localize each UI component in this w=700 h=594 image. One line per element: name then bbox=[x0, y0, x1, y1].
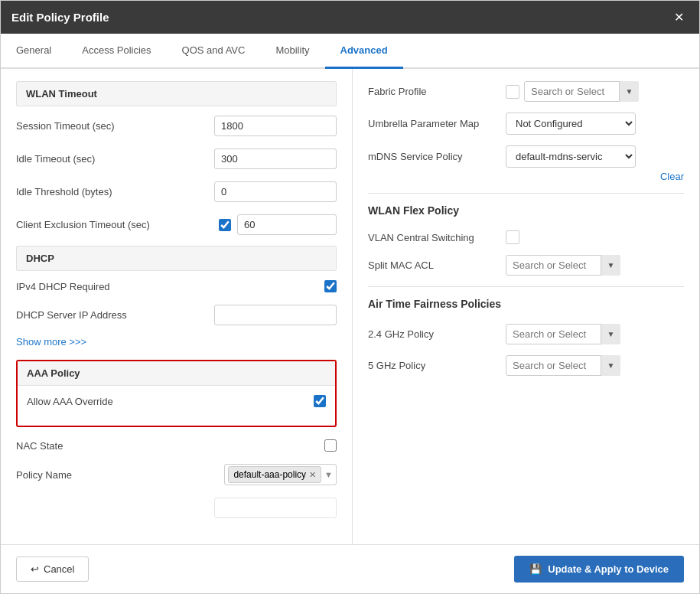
modal-body: WLAN Timeout Session Timeout (sec) Idle … bbox=[1, 69, 699, 544]
policy-name-dropdown-arrow[interactable]: ▼ bbox=[324, 470, 333, 479]
remove-policy-tag-icon[interactable]: ✕ bbox=[309, 470, 316, 480]
client-exclusion-label: Client Exclusion Timeout (sec) bbox=[16, 219, 219, 230]
ghz-24-policy-label: 2.4 GHz Policy bbox=[368, 328, 506, 340]
split-mac-acl-label: Split MAC ACL bbox=[368, 259, 506, 271]
idle-timeout-input[interactable] bbox=[214, 148, 337, 169]
idle-timeout-row: Idle Timeout (sec) bbox=[16, 147, 337, 171]
client-exclusion-input[interactable] bbox=[237, 214, 337, 235]
wlan-flex-header: WLAN Flex Policy bbox=[368, 204, 684, 220]
allow-aaa-override-label: Allow AAA Override bbox=[27, 396, 314, 407]
split-mac-acl-dropdown-wrapper: ▼ bbox=[506, 255, 620, 276]
fabric-profile-control: ▼ bbox=[506, 81, 639, 102]
modal-container: Edit Policy Profile ✕ General Access Pol… bbox=[0, 0, 700, 594]
cancel-label: Cancel bbox=[44, 563, 74, 575]
fabric-profile-row: Fabric Profile ▼ bbox=[368, 81, 684, 102]
dhcp-server-ip-input[interactable] bbox=[214, 305, 337, 325]
idle-threshold-input[interactable] bbox=[214, 181, 337, 202]
clear-row: Clear bbox=[368, 171, 684, 182]
dhcp-server-ip-row: DHCP Server IP Address bbox=[16, 303, 337, 327]
ipv4-dhcp-row: IPv4 DHCP Required bbox=[16, 279, 337, 294]
fabric-profile-dropdown-arrow[interactable]: ▼ bbox=[619, 81, 639, 102]
vlan-central-switching-row: VLAN Central Switching bbox=[368, 230, 684, 244]
mdns-row: mDNS Service Policy default-mdns-servic bbox=[368, 145, 684, 168]
tab-mobility[interactable]: Mobility bbox=[260, 34, 324, 69]
nac-state-label: NAC State bbox=[16, 440, 324, 452]
fabric-profile-dropdown-wrapper: ▼ bbox=[524, 81, 639, 102]
vlan-central-switching-label: VLAN Central Switching bbox=[368, 232, 506, 243]
tab-access-policies[interactable]: Access Policies bbox=[67, 34, 166, 69]
clear-link[interactable]: Clear bbox=[660, 171, 684, 182]
ghz-5-policy-label: 5 GHz Policy bbox=[368, 360, 506, 371]
ipv4-dhcp-checkbox[interactable] bbox=[324, 280, 337, 292]
wlan-flex-divider bbox=[368, 193, 684, 194]
ghz-24-policy-row: 2.4 GHz Policy ▼ bbox=[368, 324, 684, 344]
save-icon: 💾 bbox=[529, 563, 542, 575]
wlan-timeout-header: WLAN Timeout bbox=[16, 81, 337, 106]
modal-footer: ↩ Cancel 💾 Update & Apply to Device bbox=[1, 544, 699, 593]
split-mac-acl-row: Split MAC ACL ▼ bbox=[368, 255, 684, 276]
allow-aaa-override-checkbox[interactable] bbox=[314, 395, 326, 407]
tab-general[interactable]: General bbox=[1, 34, 67, 69]
mdns-label: mDNS Service Policy bbox=[368, 151, 506, 162]
umbrella-row: Umbrella Parameter Map Not Configured bbox=[368, 113, 684, 135]
ghz-24-dropdown-arrow[interactable]: ▼ bbox=[601, 324, 620, 344]
ghz-24-dropdown-wrapper: ▼ bbox=[506, 324, 620, 344]
allow-aaa-override-row: Allow AAA Override bbox=[27, 393, 326, 409]
dhcp-server-ip-label: DHCP Server IP Address bbox=[16, 309, 214, 321]
dhcp-header: DHCP bbox=[16, 246, 337, 271]
policy-name-value: default-aaa-policy bbox=[233, 469, 306, 480]
close-button[interactable]: ✕ bbox=[669, 8, 689, 26]
policy-name-wrapper: default-aaa-policy ✕ ▼ bbox=[224, 464, 337, 485]
client-exclusion-checkbox[interactable] bbox=[219, 219, 231, 231]
aaa-policy-section: AAA Policy Allow AAA Override bbox=[16, 360, 337, 427]
ghz-5-dropdown-wrapper: ▼ bbox=[506, 355, 620, 376]
modal-title: Edit Policy Profile bbox=[11, 11, 109, 24]
mdns-select[interactable]: default-mdns-servic bbox=[506, 145, 636, 168]
aaa-policy-header: AAA Policy bbox=[18, 361, 335, 386]
right-panel: Fabric Profile ▼ Umbrella Parameter Map … bbox=[353, 69, 699, 544]
umbrella-select[interactable]: Not Configured bbox=[506, 113, 636, 135]
aaa-policy-body: Allow AAA Override bbox=[18, 386, 335, 426]
client-exclusion-row: Client Exclusion Timeout (sec) bbox=[16, 213, 337, 237]
modal-header: Edit Policy Profile ✕ bbox=[1, 1, 699, 34]
bottom-row-partial bbox=[16, 496, 337, 520]
nac-state-checkbox[interactable] bbox=[324, 439, 337, 452]
split-mac-acl-dropdown-arrow[interactable]: ▼ bbox=[601, 255, 620, 276]
cancel-button[interactable]: ↩ Cancel bbox=[16, 556, 89, 582]
policy-name-row: Policy Name default-aaa-policy ✕ ▼ bbox=[16, 462, 337, 487]
ipv4-dhcp-label: IPv4 DHCP Required bbox=[16, 281, 324, 292]
fabric-profile-checkbox[interactable] bbox=[506, 85, 519, 99]
air-time-header: Air Time Fairness Policies bbox=[368, 298, 684, 313]
tab-advanced[interactable]: Advanced bbox=[325, 34, 403, 69]
show-more-link[interactable]: Show more >>> bbox=[16, 336, 337, 348]
left-panel: WLAN Timeout Session Timeout (sec) Idle … bbox=[1, 69, 353, 544]
mdns-dropdown-wrapper: default-mdns-servic bbox=[506, 145, 636, 168]
bottom-input-partial[interactable] bbox=[214, 498, 337, 518]
policy-name-label: Policy Name bbox=[16, 469, 224, 481]
umbrella-dropdown-wrapper: Not Configured bbox=[506, 113, 636, 135]
tabs-bar: General Access Policies QOS and AVC Mobi… bbox=[1, 34, 699, 69]
air-time-divider bbox=[368, 286, 684, 287]
session-timeout-input[interactable] bbox=[214, 116, 337, 136]
umbrella-label: Umbrella Parameter Map bbox=[368, 118, 506, 129]
idle-threshold-label: Idle Threshold (bytes) bbox=[16, 186, 214, 197]
ghz-5-policy-row: 5 GHz Policy ▼ bbox=[368, 355, 684, 376]
session-timeout-row: Session Timeout (sec) bbox=[16, 114, 337, 138]
update-label: Update & Apply to Device bbox=[548, 563, 669, 575]
tab-qos-avc[interactable]: QOS and AVC bbox=[167, 34, 261, 69]
fabric-profile-label: Fabric Profile bbox=[368, 86, 506, 97]
nac-state-row: NAC State bbox=[16, 438, 337, 453]
session-timeout-label: Session Timeout (sec) bbox=[16, 120, 214, 132]
undo-icon: ↩ bbox=[31, 563, 39, 575]
policy-name-tag: default-aaa-policy ✕ bbox=[228, 466, 321, 483]
ghz-5-dropdown-arrow[interactable]: ▼ bbox=[601, 355, 620, 376]
update-apply-button[interactable]: 💾 Update & Apply to Device bbox=[514, 556, 684, 583]
vlan-central-switching-checkbox[interactable] bbox=[506, 230, 519, 244]
idle-threshold-row: Idle Threshold (bytes) bbox=[16, 180, 337, 204]
idle-timeout-label: Idle Timeout (sec) bbox=[16, 153, 214, 165]
